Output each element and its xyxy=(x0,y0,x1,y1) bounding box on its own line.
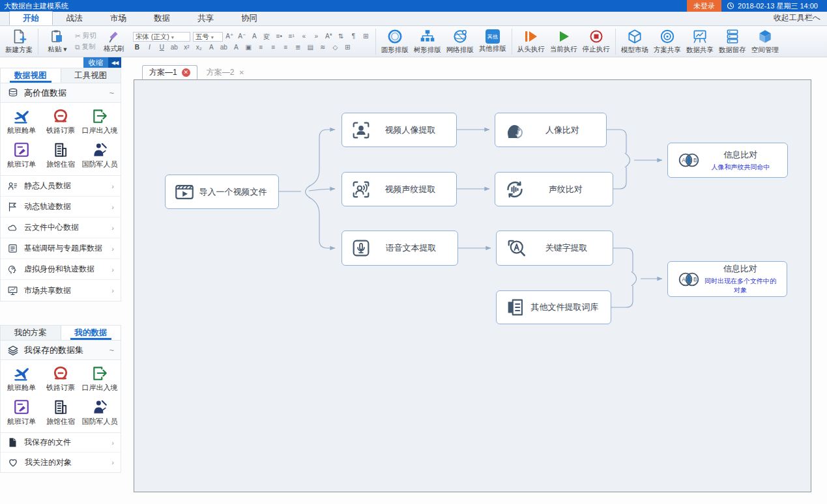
圆形排版-button[interactable]: 圆形排版 xyxy=(379,27,411,55)
sidebar-item-动态轨迹数据[interactable]: 动态轨迹数据› xyxy=(1,197,121,217)
dataset-旅馆住宿[interactable]: 旅馆住宿 xyxy=(41,399,80,427)
从头执行-button[interactable]: 从头执行 xyxy=(515,28,547,55)
sidebar-item-市场共享数据[interactable]: 市场共享数据› xyxy=(1,280,121,301)
format-tool[interactable]: A xyxy=(250,33,259,42)
format-tool[interactable]: ab xyxy=(220,44,228,51)
dataset-航班订单[interactable]: 航班订单 xyxy=(2,141,41,169)
format-tool[interactable]: » xyxy=(312,33,321,42)
dataset-航班订单[interactable]: 航班订单 xyxy=(2,399,41,427)
sidebar-tab-我的方案[interactable]: 我的方案 xyxy=(1,326,61,340)
dataset-航班舱单[interactable]: 航班舱单 xyxy=(2,365,41,393)
dataset-铁路订票[interactable]: 铁路订票 xyxy=(41,107,80,135)
树形排版-button[interactable]: 树形排版 xyxy=(411,27,444,55)
模型市场-button[interactable]: 模型市场 xyxy=(618,27,651,55)
format-tool[interactable]: ≡¹ xyxy=(287,33,296,42)
format-tool[interactable]: ≡ xyxy=(282,44,290,51)
format-tool[interactable]: A xyxy=(207,44,216,51)
copy-button[interactable]: ⧉ 复制 xyxy=(75,42,96,51)
dataset-口岸出入境[interactable]: 口岸出入境 xyxy=(80,365,119,393)
数据留存-button[interactable]: 数据留存 xyxy=(716,27,749,55)
dataset-国防军人员[interactable]: 国防军人员 xyxy=(80,141,119,169)
sidebar-tab-工具视图[interactable]: 工具视图 xyxy=(61,68,121,83)
format-tool[interactable]: x₂ xyxy=(195,44,203,51)
menu-tab-开始[interactable]: 开始 xyxy=(9,11,53,25)
new-plan-button[interactable]: 新建方案 xyxy=(3,27,35,55)
sidebar-item-云文件中心数据[interactable]: 云文件中心数据› xyxy=(1,217,121,238)
close-tab-icon[interactable]: ✕ xyxy=(239,69,244,76)
format-tool[interactable]: ab xyxy=(170,44,179,51)
sidebar-tab-数据视图[interactable]: 数据视图 xyxy=(1,68,61,83)
flow-node-video-face[interactable]: 视频人像提取 xyxy=(341,113,457,147)
sidebar-item-静态人员数据[interactable]: 静态人员数据› xyxy=(1,176,121,197)
sidebar-tab-我的数据[interactable]: 我的数据 xyxy=(61,326,121,340)
dataset-铁路订票[interactable]: 铁路订票 xyxy=(41,365,80,393)
collapse-arrows-icon[interactable]: ◀◀ xyxy=(108,57,121,68)
format-tool[interactable]: ¶ xyxy=(349,33,358,42)
sidebar-collapse-button[interactable]: 收缩 xyxy=(83,57,108,68)
flow-node-face-compare[interactable]: 人像比对 xyxy=(495,113,607,147)
flow-node-voice-compare[interactable]: 声纹比对 xyxy=(495,172,613,206)
close-tab-icon[interactable]: ✕ xyxy=(182,68,190,77)
login-status-badge[interactable]: 未登录 xyxy=(687,0,721,12)
flow-node-info-compare-1[interactable]: AB信息比对人像和声纹共同命中 xyxy=(667,143,788,178)
format-painter-button[interactable]: 格式刷 xyxy=(98,29,130,54)
format-tool[interactable]: x² xyxy=(182,44,191,51)
format-tool[interactable]: A⁺ xyxy=(225,33,234,42)
cut-button[interactable]: ✂ 剪切 xyxy=(75,31,96,40)
section-high-value-data[interactable]: 高价值数据 ~ xyxy=(0,83,121,103)
menu-tab-协同[interactable]: 协同 xyxy=(227,11,271,25)
flow-node-import-video[interactable]: 导入一个视频文件 xyxy=(165,175,279,209)
format-tool[interactable]: I xyxy=(145,44,154,51)
flow-node-keyword[interactable]: 关键字提取 xyxy=(496,231,613,266)
dataset-口岸出入境[interactable]: 口岸出入境 xyxy=(80,107,119,135)
menu-tab-数据[interactable]: 数据 xyxy=(140,11,184,25)
其他排版-button[interactable]: 其他其他排版 xyxy=(476,27,509,55)
format-tool[interactable]: 変 xyxy=(263,33,271,42)
flow-node-speech-text[interactable]: 语音文本提取 xyxy=(341,231,458,266)
format-tool[interactable]: ≡ xyxy=(269,44,278,51)
format-tool[interactable]: B xyxy=(133,44,141,51)
format-tool[interactable]: ⊞ xyxy=(362,33,370,42)
format-tool[interactable]: A* xyxy=(325,33,333,42)
section-saved-datasets[interactable]: 我保存的数据集 ~ xyxy=(0,341,121,360)
format-tool[interactable]: ≋ xyxy=(319,44,327,51)
font-size-select[interactable]: 五号 ▾ xyxy=(193,32,223,42)
font-family-select[interactable]: 宋体 (正文) ▾ xyxy=(133,32,190,42)
doc-tab-方案—1[interactable]: 方案—1✕ xyxy=(142,65,197,79)
doc-tab-方案—2[interactable]: 方案—2✕ xyxy=(200,65,251,79)
format-tool[interactable]: « xyxy=(300,33,308,42)
flow-node-video-voice[interactable]: 视频声纹提取 xyxy=(341,172,457,206)
sidebar-item-我保存的文件[interactable]: 我保存的文件› xyxy=(1,433,121,453)
sidebar-item-基础调研与专题库数据[interactable]: 基础调研与专题库数据› xyxy=(1,238,121,259)
menu-tab-市场[interactable]: 市场 xyxy=(96,11,140,25)
format-tool[interactable]: ≡ xyxy=(257,44,265,51)
format-tool[interactable]: ▤ xyxy=(306,44,315,51)
format-tool[interactable]: ▣ xyxy=(244,44,253,51)
停止执行-button[interactable]: 停止执行 xyxy=(580,28,613,55)
menu-tab-共享[interactable]: 共享 xyxy=(184,11,227,25)
format-tool[interactable]: U xyxy=(158,44,166,51)
format-tool[interactable]: A⁻ xyxy=(238,33,246,42)
dataset-航班舱单[interactable]: 航班舱单 xyxy=(2,107,41,135)
dataset-国防军人员[interactable]: 国防军人员 xyxy=(80,399,119,427)
方案共享-button[interactable]: 方案共享 xyxy=(651,27,684,55)
menu-tab-战法[interactable]: 战法 xyxy=(53,11,96,25)
当前执行-button[interactable]: 当前执行 xyxy=(547,28,580,55)
format-tool[interactable]: ⇅ xyxy=(337,33,345,42)
sidebar-item-虚拟身份和轨迹数据[interactable]: 虚拟身份和轨迹数据› xyxy=(1,259,121,280)
空间管理-button[interactable]: 空间管理 xyxy=(749,27,781,55)
flow-canvas[interactable]: 导入一个视频文件视频人像提取视频声纹提取语音文本提取人像比对声纹比对关键字提取其… xyxy=(134,79,811,492)
sidebar-item-我关注的对象[interactable]: 我关注的对象› xyxy=(1,453,121,472)
format-tool[interactable]: ◇ xyxy=(331,44,340,51)
format-tool[interactable]: ≣ xyxy=(294,44,302,51)
flow-node-info-compare-2[interactable]: AB信息比对同时出现在多个文件中的对象 xyxy=(667,261,787,297)
format-tool[interactable]: ≡• xyxy=(275,33,283,42)
flow-node-other-files[interactable]: 其他文件提取词库 xyxy=(496,290,611,324)
collapse-toolbar-button[interactable]: 收起工具栏へ xyxy=(774,12,820,23)
数据共享-button[interactable]: 数据共享 xyxy=(684,27,716,55)
网络排版-button[interactable]: 网络排版 xyxy=(444,27,476,55)
format-tool[interactable]: A xyxy=(232,44,240,51)
format-tool[interactable]: ⊞ xyxy=(343,44,352,51)
paste-button[interactable]: 粘贴 ▾ xyxy=(41,28,74,55)
dataset-旅馆住宿[interactable]: 旅馆住宿 xyxy=(41,141,80,169)
